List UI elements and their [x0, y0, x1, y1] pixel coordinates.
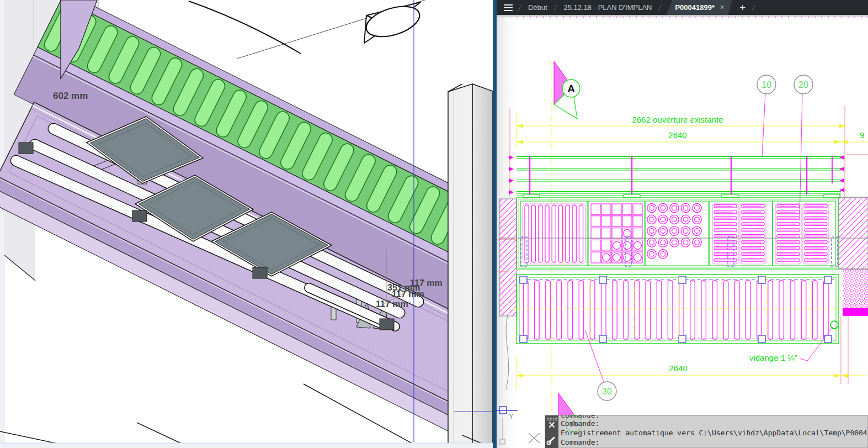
conveyor-roller: [557, 281, 562, 339]
tab-separator: /: [518, 3, 522, 12]
gray-column: [448, 84, 493, 448]
conveyor-roller: [757, 281, 762, 339]
balloon-30-label: 30: [602, 387, 612, 396]
slot: [572, 205, 576, 262]
conveyor-roller: [635, 281, 640, 339]
post-square: [679, 276, 686, 283]
grid-cell: [601, 228, 611, 239]
cad-3d-viewport[interactable]: 602 mm 351 mm 117 mm 117 mm 117 mm: [0, 0, 493, 448]
foot-block: [380, 319, 394, 330]
grid-cell: [601, 240, 611, 251]
right-wall-section: [839, 198, 868, 269]
balloon-20-label: 20: [798, 80, 808, 89]
command-prompt-line[interactable]: Commande:: [561, 438, 599, 446]
foot-block: [253, 267, 267, 278]
dim-label-117-a: 117 mm: [410, 278, 443, 288]
grid-cell: [591, 216, 600, 227]
command-history-line: Enregistrement automatique vers C:\Users…: [561, 429, 868, 437]
balloon-10-label: 10: [762, 80, 771, 89]
left-edge-strip: [0, 0, 5, 448]
grid-circle: [624, 241, 631, 249]
autocad-window: / Début / 25.12.18 - PLAN D'IMPLAN / P00…: [497, 0, 868, 448]
conveyor-roller: [801, 281, 806, 339]
conveyor-roller: [579, 281, 584, 339]
active-tab-label: P00041899*: [675, 3, 715, 12]
insulation-hatch: [843, 269, 868, 308]
tab-separator: /: [658, 3, 662, 12]
grid-circle: [634, 254, 642, 261]
north-letter-ghost: A: [571, 419, 577, 429]
grid-cell: [591, 240, 600, 251]
grid-cell: [633, 204, 642, 215]
command-window[interactable]: Commande: Commande: Enregistrement autom…: [545, 411, 868, 448]
canvas-top-strip: [497, 15, 868, 17]
conveyor-roller: [646, 281, 651, 339]
slot: [559, 205, 563, 262]
file-tab-bar: / Début / 25.12.18 - PLAN D'IMPLAN / P00…: [497, 0, 868, 15]
3d-model-canvas[interactable]: 602 mm 351 mm 117 mm 117 mm 117 mm: [0, 0, 493, 448]
post-square: [758, 276, 765, 283]
conveyor-roller: [546, 281, 551, 339]
post-square: [520, 276, 527, 283]
window-divider[interactable]: [493, 0, 497, 448]
post-square: [520, 335, 527, 342]
foot-block: [19, 143, 33, 154]
post-square: [679, 335, 686, 342]
dim-label-117-c: 117 mm: [376, 299, 408, 309]
grid-cell: [633, 228, 642, 239]
grid-cell: [612, 204, 621, 215]
conveyor-roller: [701, 281, 706, 339]
conveyor-roller: [568, 281, 573, 339]
post-square: [758, 335, 765, 342]
ucs-y-label: Y: [509, 412, 514, 420]
conveyor-roller: [690, 281, 695, 339]
conveyor-roller: [668, 281, 673, 339]
grid-cell: [622, 216, 632, 227]
grid-cell: [591, 252, 600, 263]
conveyor-roller: [535, 281, 540, 339]
tab-close-icon[interactable]: ✕: [720, 4, 725, 11]
foot-block: [132, 210, 147, 222]
left-wall-section: [499, 199, 516, 316]
slot: [566, 205, 569, 262]
grid-cell: [591, 204, 600, 215]
slot: [531, 205, 535, 262]
conveyor-roller: [768, 281, 773, 339]
conveyor-roller: [590, 281, 595, 339]
dim-2640-top-label: 2640: [668, 130, 686, 140]
conveyor-roller: [734, 281, 739, 339]
conveyor-roller: [524, 281, 529, 339]
conveyor-roller: [824, 281, 829, 339]
dim-opening-label: 2662 ouverture existante: [632, 115, 723, 124]
dim-2640-bottom-label: 2640: [669, 363, 687, 373]
vidange-label: vidange 1 ¼": [749, 353, 797, 362]
grid-circle: [624, 254, 631, 261]
grid-circle: [613, 241, 621, 249]
new-tab-button[interactable]: +: [737, 2, 748, 13]
tab-separator: /: [553, 3, 558, 12]
grid-cell: [622, 204, 632, 215]
dim-right-clipped-label: 9: [860, 130, 864, 140]
grid-circle: [634, 241, 642, 249]
window-bottom-strip: [0, 443, 493, 448]
north-letter: A: [567, 83, 575, 94]
app-menu-icon[interactable]: [504, 4, 513, 11]
grid-cell: [633, 216, 642, 227]
tab-active-p00041899[interactable]: P00041899* ✕: [666, 0, 732, 15]
conveyor-roller: [657, 281, 662, 339]
grid-cell: [612, 216, 621, 227]
slot: [539, 205, 542, 262]
grid-cell: [601, 204, 611, 215]
dim-label-117-b: 117 mm: [392, 289, 424, 299]
magenta-bar: [843, 308, 868, 316]
tab-start[interactable]: Début: [526, 1, 550, 14]
slot: [579, 205, 583, 262]
slot: [545, 205, 549, 262]
slot: [552, 205, 556, 262]
post-square: [599, 335, 606, 342]
autocad-drawing-canvas[interactable]: A 10 20 2662 ouverture existante: [497, 15, 868, 448]
tab-drawing-plan[interactable]: 25.12.18 - PLAN D'IMPLAN: [561, 1, 654, 14]
conveyor-roller: [812, 281, 817, 339]
desktop: 602 mm 351 mm 117 mm 117 mm 117 mm / Déb…: [0, 0, 868, 448]
grid-circle: [603, 254, 610, 261]
